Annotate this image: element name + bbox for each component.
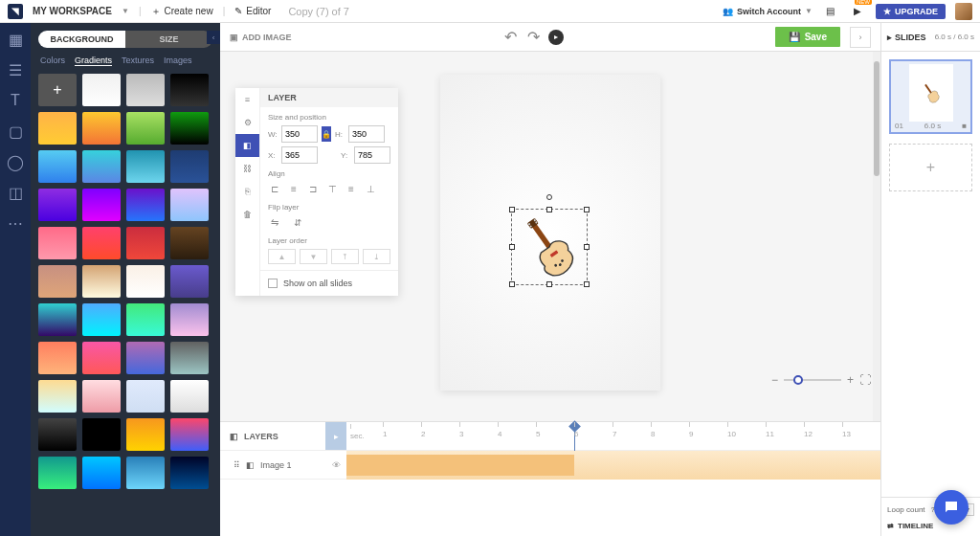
user-avatar[interactable] [955,3,972,20]
slide-thumbnail-1[interactable]: 016.0 s■ [889,59,972,134]
gradient-swatch[interactable] [126,303,165,336]
workspace-name[interactable]: MY WORKSPACE [33,6,112,16]
workspace-dropdown-icon[interactable]: ▼ [122,7,129,15]
gradient-swatch[interactable] [82,189,121,221]
send-back-button[interactable]: ⤓ [363,249,390,264]
tool-settings-icon[interactable]: ⚙ [235,111,259,134]
gradient-swatch[interactable] [38,150,77,183]
align-middle-icon[interactable]: ≡ [345,182,358,195]
tool-layer-icon[interactable]: ◧ [235,134,259,157]
gradient-swatch[interactable] [170,457,209,489]
image-guitar[interactable] [512,210,587,284]
tab-background[interactable]: BACKGROUND [38,31,125,48]
zoom-slider[interactable] [784,379,841,381]
shape-icon[interactable]: ◯ [7,153,24,170]
canvas-artboard[interactable] [440,75,660,391]
gradient-swatch[interactable] [170,303,209,336]
gradient-swatch[interactable] [170,227,209,259]
text-icon[interactable]: T [7,92,24,109]
gradient-swatch[interactable] [170,342,209,374]
save-button[interactable]: 💾Save [775,27,840,47]
align-right-icon[interactable]: ⊐ [306,182,320,195]
gradient-swatch[interactable] [82,227,121,259]
undo-button[interactable]: ↶ [502,30,518,45]
document-title[interactable]: Copy (7) of 7 [288,6,349,17]
gradient-swatch[interactable] [170,74,209,106]
gradient-swatch[interactable] [170,150,209,183]
subtab-gradients[interactable]: Gradients [75,56,112,66]
align-left-icon[interactable]: ⊏ [268,182,281,195]
create-new-button[interactable]: ＋Create new [151,5,213,18]
add-slide-button[interactable]: + [889,144,972,191]
flip-vertical-icon[interactable]: ⇵ [291,215,304,229]
show-all-checkbox[interactable] [268,279,278,288]
layer-visibility-icon[interactable]: 👁 [325,460,346,470]
subtab-textures[interactable]: Textures [122,56,154,66]
align-center-icon[interactable]: ≡ [287,182,301,195]
zoom-out-button[interactable]: − [771,373,778,387]
resize-handle-ml[interactable] [509,244,515,250]
chat-support-button[interactable] [934,490,969,525]
redo-button[interactable]: ↷ [525,30,541,45]
gradient-swatch[interactable] [82,112,121,145]
height-input[interactable] [348,125,385,143]
gradient-swatch[interactable] [126,74,165,106]
y-input[interactable] [354,146,390,164]
gradient-swatch[interactable] [38,418,77,451]
gradient-swatch[interactable] [126,189,165,221]
lock-aspect-icon[interactable]: 🔒 [322,126,331,142]
resize-handle-br[interactable] [584,281,590,287]
zoom-in-button[interactable]: + [847,373,854,387]
gradient-swatch[interactable] [82,457,121,489]
x-input[interactable] [281,146,318,164]
add-image-button[interactable]: ▣ADD IMAGE [230,33,292,42]
layer-name-text[interactable]: Image 1 [260,460,292,470]
gradient-swatch[interactable] [38,457,77,489]
resize-handle-tl[interactable] [509,207,515,212]
gradient-swatch[interactable] [38,227,77,259]
tab-size[interactable]: SIZE [125,31,212,48]
gradient-swatch[interactable] [82,380,121,413]
present-icon[interactable]: ▶NEW [849,3,866,20]
tool-delete-icon[interactable]: 🗑 [235,203,259,226]
template-icon[interactable]: ◫ [7,184,24,201]
gradient-swatch[interactable] [38,342,77,374]
rotate-handle[interactable] [546,194,552,200]
gradient-swatch[interactable] [126,342,165,374]
resize-handle-bm[interactable] [546,281,552,287]
gradient-swatch[interactable] [126,380,165,413]
gradient-swatch[interactable] [38,189,77,221]
tool-link-icon[interactable]: ⛓ [235,157,259,180]
gradient-swatch[interactable] [82,303,121,336]
gradient-swatch[interactable] [170,418,209,451]
image-icon[interactable]: ▢ [7,123,24,140]
timeline-play-button[interactable]: ▸ [325,422,346,451]
gradient-swatch[interactable] [82,74,121,106]
timeline-track[interactable] [346,451,880,480]
layer-handle-icon[interactable]: ⠿ [234,460,240,470]
width-input[interactable] [281,125,318,143]
resize-handle-tm[interactable] [546,207,552,212]
preview-button[interactable]: ▸ [548,30,564,45]
timeline-toggle-button[interactable]: ⇄TIMELINE [887,522,974,530]
gradient-swatch[interactable] [126,418,165,451]
more-icon[interactable]: ⋯ [7,214,24,232]
gradient-swatch[interactable] [170,112,209,145]
align-bottom-icon[interactable]: ⊥ [364,182,377,195]
selection-frame[interactable] [511,209,588,285]
gradient-swatch[interactable] [38,112,77,145]
next-button[interactable]: › [850,27,871,48]
gradient-swatch[interactable] [82,150,121,183]
align-top-icon[interactable]: ⊤ [325,182,339,195]
gradient-swatch[interactable] [126,150,165,183]
switch-account-button[interactable]: 👥Switch Account▼ [723,7,813,16]
add-swatch-button[interactable]: + [38,74,77,106]
tool-copy-icon[interactable]: ⎘ [235,180,259,203]
gradient-swatch[interactable] [126,265,165,298]
gradient-swatch[interactable] [38,380,77,413]
gradient-swatch[interactable] [170,265,209,298]
tool-text-icon[interactable]: ≡ [235,88,259,111]
gradient-swatch[interactable] [82,265,121,298]
gradient-swatch[interactable] [82,418,121,451]
resize-handle-bl[interactable] [509,281,515,287]
